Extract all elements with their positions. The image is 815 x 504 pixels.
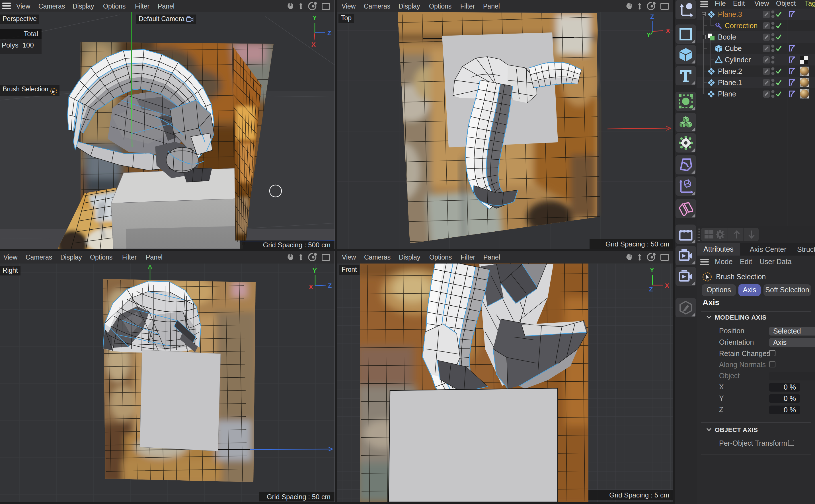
svg-text:Z: Z: [650, 13, 654, 20]
svg-text:Z: Z: [328, 282, 332, 289]
svg-text:Y: Y: [650, 266, 654, 273]
svg-text:Z: Z: [327, 30, 331, 37]
svg-text:X: X: [311, 41, 316, 48]
svg-text:Y: Y: [646, 31, 651, 38]
svg-text:Y: Y: [313, 267, 317, 274]
svg-text:Y: Y: [313, 14, 317, 21]
svg-text:Z: Z: [649, 286, 653, 293]
svg-text:X: X: [309, 283, 313, 291]
svg-text:X: X: [665, 282, 669, 289]
svg-text:X: X: [666, 27, 670, 34]
